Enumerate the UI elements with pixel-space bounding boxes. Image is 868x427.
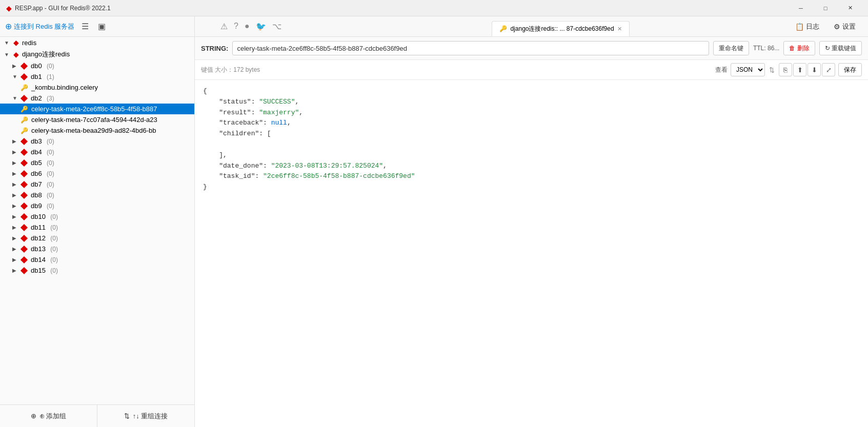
item-count: (0) — [45, 181, 54, 188]
sidebar-item-db3[interactable]: ▶ db3 (0) — [0, 136, 194, 147]
settings-label: 设置 — [842, 22, 856, 31]
add-group-label: ⊕ 添加组 — [39, 412, 67, 421]
menu-button[interactable]: ☰ — [79, 19, 91, 33]
sidebar-item-db4[interactable]: ▶ db4 (0) — [0, 147, 194, 157]
export-button[interactable]: ⬆ — [793, 63, 806, 76]
sidebar-item-db9[interactable]: ▶ db9 (0) — [0, 200, 194, 211]
sidebar-item-celery-key-1[interactable]: 🔑 celery-task-meta-2ce6ff8c-58b5-4f58-b8… — [0, 104, 194, 114]
db-icon — [21, 234, 28, 241]
expand-arrow-icon: ▼ — [12, 95, 18, 101]
item-count: (0) — [45, 192, 54, 199]
sidebar-item-db7[interactable]: ▶ db7 (0) — [0, 179, 194, 190]
key-header: STRING: 重命名键 TTL: 86... 🗑 删除 ↻ 重载键值 — [195, 37, 868, 60]
db-icon — [21, 94, 28, 101]
db-icon — [21, 245, 28, 252]
item-count: (0) — [45, 159, 54, 167]
sidebar-item-kombu[interactable]: 🔑 _kombu.binding.celery — [0, 82, 194, 93]
expand-button[interactable]: ⤢ — [822, 63, 835, 76]
view-mode-select[interactable]: JSON Text Hex — [731, 63, 765, 76]
warning-icon: ⚠ — [220, 22, 228, 31]
json-content: { "status": "SUCCESS", "result": "maxjer… — [195, 80, 868, 427]
expand-arrow-icon: ▶ — [12, 268, 18, 273]
db-icon — [21, 267, 28, 274]
minimize-button[interactable]: ─ — [789, 0, 813, 16]
reconnect-icon: ⇅ — [124, 412, 130, 420]
sidebar-item-label: celery-task-meta-2ce6ff8c-58b5-4f58-b887 — [31, 105, 157, 113]
key-type-badge: STRING: — [201, 45, 228, 52]
sidebar-item-celery-key-3[interactable]: 🔑 celery-task-meta-beaa29d9-ad82-4bd6-bb — [0, 125, 194, 136]
sidebar-item-celery-key-2[interactable]: 🔑 celery-task-meta-7cc07afa-4594-442d-a2… — [0, 114, 194, 125]
key-name-input[interactable] — [232, 41, 709, 55]
reconnect-button[interactable]: ⇅ ↑↓ 重组连接 — [97, 405, 194, 428]
connect-redis-button[interactable]: ⊕ 连接到 Redis 服务器 — [5, 22, 74, 31]
sidebar-item-label: db11 — [31, 223, 46, 231]
sidebar-item-db15[interactable]: ▶ db15 (0) — [0, 265, 194, 276]
sidebar-item-db2[interactable]: ▼ db2 (3) — [0, 93, 194, 104]
log-icon: 📋 — [795, 23, 804, 31]
sidebar-item-django-redis[interactable]: ▼ ◆ django连接redis — [0, 48, 194, 60]
sidebar-item-label: celery-task-meta-7cc07afa-4594-442d-a23 — [31, 116, 157, 124]
reconnect-label: ↑↓ 重组连接 — [133, 412, 168, 421]
sidebar-item-db6[interactable]: ▶ db6 (0) — [0, 168, 194, 179]
db-icon — [21, 213, 28, 220]
help-icon: ? — [234, 22, 238, 31]
json-status-key: "status" — [219, 98, 251, 106]
sidebar-item-label: db14 — [31, 256, 46, 263]
close-button[interactable]: ✕ — [838, 0, 862, 16]
log-button[interactable]: 📋 日志 — [791, 20, 823, 33]
sidebar-item-label: db13 — [31, 245, 46, 253]
expand-arrow-icon: ▶ — [12, 225, 18, 230]
copy-button[interactable]: ⎘ — [779, 63, 792, 76]
json-task-id-val: "2ce6ff8c-58b5-4f58-b887-cdcbe636f9ed" — [263, 172, 415, 180]
expand-arrow-icon: ▶ — [12, 203, 18, 209]
sidebar-tree: ▼ ◆ redis ▼ ◆ django连接redis ▶ db0 (0) ▼ — [0, 37, 194, 404]
item-count: (0) — [49, 246, 58, 253]
sidebar-item-db13[interactable]: ▶ db13 (0) — [0, 243, 194, 254]
item-count: (0) — [45, 63, 54, 70]
expand-arrow-icon: ▼ — [4, 40, 10, 46]
json-traceback-key: "traceback" — [219, 119, 263, 127]
reload-icon: ↻ — [825, 45, 830, 52]
json-date-done-val: "2023-03-08T13:29:57.825024" — [271, 162, 383, 170]
log-label: 日志 — [806, 22, 819, 31]
item-count: (0) — [45, 149, 54, 156]
active-tab[interactable]: 🔑 django连接redis:: ... 87-cdcbe636f9ed ✕ — [492, 21, 629, 36]
sidebar-item-db11[interactable]: ▶ db11 (0) — [0, 222, 194, 233]
window-controls: ─ □ ✕ — [789, 0, 862, 16]
json-result-key: "result" — [219, 109, 251, 116]
layout-button[interactable]: ▣ — [96, 19, 108, 33]
db-icon — [21, 180, 28, 188]
save-button[interactable]: 保存 — [838, 63, 862, 76]
view-label: 查看 — [715, 66, 728, 74]
sidebar-item-db1[interactable]: ▼ db1 (1) — [0, 71, 194, 82]
sidebar-item-db14[interactable]: ▶ db14 (0) — [0, 254, 194, 265]
key-icon: 🔑 — [21, 84, 28, 91]
reload-key-button[interactable]: ↻ 重载键值 — [819, 41, 862, 55]
chevron-up-down-icon: ⇅ — [769, 66, 775, 74]
maximize-button[interactable]: □ — [814, 0, 837, 16]
rename-key-button[interactable]: 重命名键 — [713, 41, 749, 55]
sidebar-item-db8[interactable]: ▶ db8 (0) — [0, 190, 194, 200]
settings-button[interactable]: ⚙ 设置 — [830, 20, 860, 33]
key-icon: 🔑 — [21, 116, 28, 124]
sidebar-item-label: db9 — [31, 202, 42, 210]
expand-arrow-icon: ▶ — [12, 171, 18, 176]
expand-arrow-icon: ▶ — [12, 214, 18, 219]
expand-arrow-icon: ▶ — [12, 181, 18, 187]
item-count: (0) — [45, 202, 54, 210]
sidebar-item-label: db0 — [31, 62, 42, 70]
item-count: (0) — [49, 224, 58, 231]
sidebar-item-db12[interactable]: ▶ db12 (0) — [0, 233, 194, 243]
twitter-icon: 🐦 — [256, 22, 266, 31]
add-group-button[interactable]: ⊕ ⊕ 添加组 — [0, 405, 97, 428]
sidebar-item-label: db8 — [31, 191, 42, 199]
sidebar-item-db10[interactable]: ▶ db10 (0) — [0, 211, 194, 222]
import-button[interactable]: ⬇ — [808, 63, 821, 76]
sidebar-item-db5[interactable]: ▶ db5 (0) — [0, 157, 194, 168]
trash-icon: 🗑 — [789, 45, 795, 52]
delete-key-button[interactable]: 🗑 删除 — [783, 41, 815, 55]
sidebar-item-db0[interactable]: ▶ db0 (0) — [0, 60, 194, 71]
item-count: (0) — [45, 170, 54, 177]
sidebar-item-redis[interactable]: ▼ ◆ redis — [0, 37, 194, 48]
tab-close-button[interactable]: ✕ — [617, 26, 622, 32]
